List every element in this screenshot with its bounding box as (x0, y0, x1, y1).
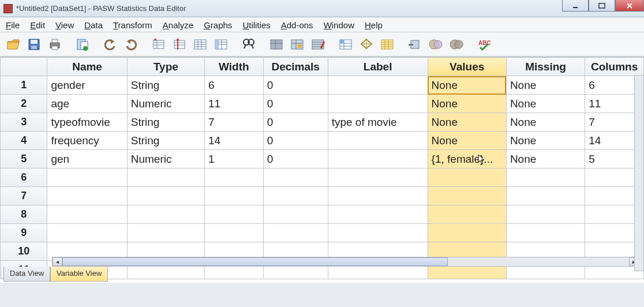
menu-data[interactable]: Data (84, 20, 103, 30)
insert-cases-icon[interactable] (405, 35, 425, 54)
cell-decimals[interactable]: 0 (263, 150, 328, 169)
goto-variable-icon[interactable] (170, 35, 189, 54)
table-row[interactable]: 5genNumeric10{1, female}...None5 (1, 150, 644, 169)
table-row[interactable]: 3typeofmovieString70type of movieNoneNon… (1, 113, 644, 132)
value-labels-icon[interactable] (336, 35, 355, 54)
cell-type[interactable]: Numeric (127, 95, 204, 113)
horizontal-scrollbar[interactable]: ◄ ► (52, 257, 639, 267)
cell-type[interactable]: String (127, 132, 204, 150)
cell-name[interactable]: age (47, 95, 127, 113)
table-row[interactable]: 9 (1, 224, 644, 242)
cell-width[interactable]: 6 (205, 76, 264, 95)
circle2-icon[interactable] (447, 35, 466, 54)
cell-missing[interactable]: None (506, 95, 585, 113)
tab-data-view[interactable]: Data View (3, 267, 50, 282)
variables-icon[interactable] (190, 35, 210, 54)
cell-decimals[interactable]: 0 (263, 132, 328, 150)
menu-utilities[interactable]: Utilities (242, 20, 270, 30)
menu-help[interactable]: Help (365, 20, 383, 30)
goto-case-icon[interactable] (149, 35, 169, 54)
row-header[interactable]: 2 (1, 95, 47, 113)
select-cases-icon[interactable] (308, 35, 328, 54)
cell-values[interactable]: None (428, 113, 506, 132)
cell-name[interactable]: frequency (47, 132, 127, 150)
recall-dialog-icon[interactable] (73, 35, 92, 54)
find-icon[interactable] (239, 35, 259, 54)
cell-name[interactable]: typeofmovie (47, 113, 127, 132)
cell-label[interactable] (328, 132, 428, 150)
menu-window[interactable]: Window (324, 20, 354, 30)
cell-width[interactable]: 7 (205, 113, 264, 132)
col-header-columns[interactable]: Columns (585, 58, 644, 76)
cell-type[interactable]: String (127, 113, 204, 132)
table-row[interactable]: 6 (1, 169, 644, 187)
table-row[interactable]: 4frequencyString140NoneNone14 (1, 132, 644, 150)
row-header[interactable]: 7 (1, 187, 47, 205)
menu-file[interactable]: File (6, 20, 20, 30)
row-header[interactable]: 6 (1, 169, 47, 187)
close-button[interactable] (615, 0, 644, 12)
row-header[interactable]: 1 (1, 76, 47, 95)
col-header-missing[interactable]: Missing (506, 58, 585, 76)
cell-width[interactable]: 1 (205, 150, 264, 169)
col-header-values[interactable]: Values (428, 58, 506, 76)
cell-values[interactable] (428, 224, 506, 242)
cell-missing[interactable]: None (506, 150, 585, 169)
menu-view[interactable]: View (55, 20, 74, 30)
cell-values[interactable]: None (428, 132, 506, 150)
col-header-decimals[interactable]: Decimals (263, 58, 328, 76)
col-header-name[interactable]: Name (47, 58, 127, 76)
variable-grid[interactable]: Name Type Width Decimals Label Values Mi… (0, 57, 644, 279)
cell-type[interactable]: String (127, 76, 204, 95)
cell-values[interactable] (428, 187, 506, 205)
row-header[interactable]: 4 (1, 132, 47, 150)
cell-missing[interactable]: None (506, 76, 585, 95)
cell-missing[interactable]: None (506, 113, 585, 132)
vertical-scrollbar[interactable] (634, 75, 644, 271)
cell-values[interactable] (428, 169, 506, 187)
open-icon[interactable] (3, 35, 23, 54)
row-header[interactable]: 10 (1, 242, 47, 261)
row-header[interactable]: 5 (1, 150, 47, 169)
cell-decimals[interactable]: 0 (263, 76, 328, 95)
cell-values[interactable]: None (428, 95, 506, 113)
col-header-width[interactable]: Width (205, 58, 264, 76)
cell-type[interactable]: Numeric (127, 150, 204, 169)
cell-decimals[interactable]: 0 (263, 113, 328, 132)
menu-edit[interactable]: Edit (30, 20, 45, 30)
menu-analyze[interactable]: Analyze (163, 20, 193, 30)
row-header[interactable]: 3 (1, 113, 47, 132)
menu-transform[interactable]: Transform (113, 20, 152, 30)
col-header-type[interactable]: Type (127, 58, 204, 76)
cell-decimals[interactable]: 0 (263, 95, 328, 113)
menu-graphs[interactable]: Graphs (204, 20, 232, 30)
maximize-button[interactable] (589, 0, 615, 12)
menu-addons[interactable]: Add-ons (281, 20, 313, 30)
table-row[interactable]: 2ageNumeric110NoneNone11 (1, 95, 644, 113)
row-header[interactable]: 9 (1, 224, 47, 242)
undo-icon[interactable] (100, 35, 120, 54)
corner-cell[interactable] (1, 58, 47, 76)
cell-values[interactable]: {1, female}... (428, 150, 506, 169)
weight-cases-icon[interactable] (287, 35, 307, 54)
col-header-label[interactable]: Label (328, 58, 428, 76)
redo-icon[interactable] (121, 35, 141, 54)
cell-label[interactable] (328, 76, 428, 95)
cell-label[interactable] (328, 150, 428, 169)
cell-width[interactable]: 11 (205, 95, 264, 113)
split-file-icon[interactable] (267, 35, 286, 54)
cell-label[interactable] (328, 95, 428, 113)
cell-width[interactable]: 14 (205, 132, 264, 150)
save-icon[interactable] (24, 35, 44, 54)
cell-label[interactable]: type of movie (328, 113, 428, 132)
cell-name[interactable]: gender (47, 76, 127, 95)
use-sets-icon[interactable] (357, 35, 376, 54)
show-all-icon[interactable] (377, 35, 397, 54)
table-row[interactable]: 8 (1, 205, 644, 224)
cell-missing[interactable]: None (506, 132, 585, 150)
table-row[interactable]: 1genderString60NoneNone6 (1, 76, 644, 95)
run-pending-icon[interactable] (211, 35, 231, 54)
circle1-icon[interactable] (426, 35, 445, 54)
row-header[interactable]: 8 (1, 205, 47, 224)
tab-variable-view[interactable]: Variable View (50, 267, 108, 282)
